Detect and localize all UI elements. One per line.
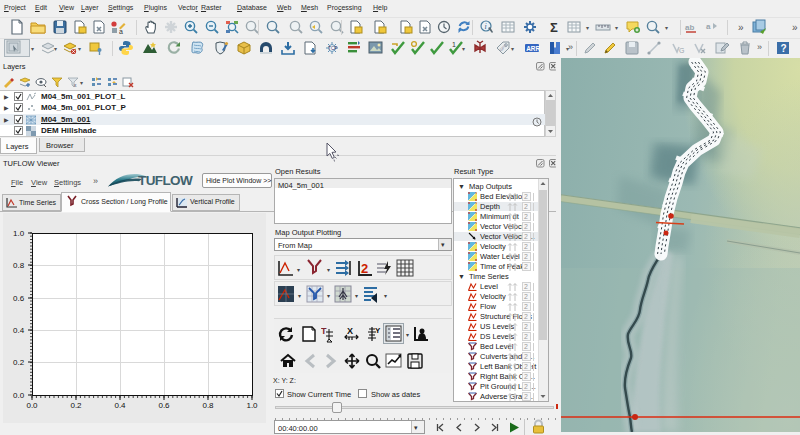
svg-text:ε: ε: [74, 82, 77, 88]
svg-text:a: a: [119, 28, 123, 35]
svg-text:Σ: Σ: [550, 20, 558, 35]
svg-text:ARR: ARR: [526, 45, 540, 52]
svg-text:TUFLOW: TUFLOW: [138, 173, 193, 188]
svg-text:TCP: TCP: [328, 46, 337, 51]
svg-text:1: 1: [452, 41, 456, 48]
svg-text:X: X: [347, 326, 353, 336]
svg-text:»: »: [792, 22, 798, 33]
svg-text:2: 2: [361, 261, 368, 276]
svg-text:?: ?: [780, 43, 786, 54]
svg-text:Y: Y: [375, 326, 381, 335]
svg-text:a: a: [706, 22, 711, 31]
svg-text:i: i: [484, 22, 486, 31]
svg-text:»: »: [738, 22, 744, 33]
svg-text:ab: ab: [685, 23, 694, 32]
svg-text:T: T: [321, 326, 327, 336]
svg-text:G: G: [679, 47, 684, 54]
